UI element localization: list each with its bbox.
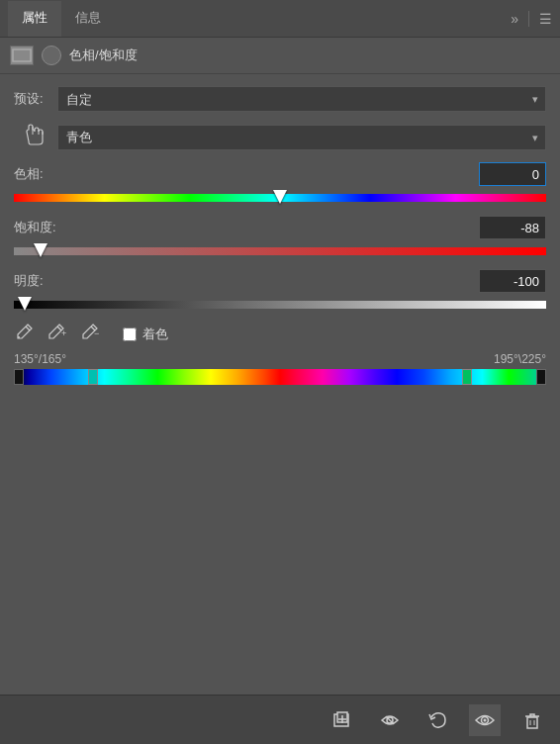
svg-rect-1: [15, 51, 29, 59]
saturation-thumb[interactable]: [34, 243, 47, 259]
eyedropper-icon[interactable]: [14, 323, 34, 346]
colorize-checkbox-wrap[interactable]: 着色: [123, 326, 168, 343]
hand-icon: [14, 122, 49, 152]
svg-text:−: −: [94, 328, 99, 338]
saturation-track: [14, 247, 546, 255]
eye-button[interactable]: [469, 704, 501, 736]
delete-button[interactable]: [516, 704, 548, 736]
tools-row: + − 着色: [14, 323, 546, 346]
panel-header: 色相/饱和度: [0, 38, 560, 74]
preset-label: 预设:: [14, 90, 49, 108]
range-handle-dark-left[interactable]: [14, 369, 24, 385]
svg-point-5: [18, 336, 20, 338]
colorize-label: 着色: [142, 326, 168, 343]
range-handle-dark-right[interactable]: [536, 369, 546, 385]
eyedropper-plus-icon[interactable]: +: [47, 323, 67, 346]
lightness-label: 明度:: [14, 272, 479, 290]
lightness-slider-track[interactable]: [14, 297, 546, 313]
preset-row: 预设: 自定 ▾: [14, 86, 546, 112]
range-handle-teal-left[interactable]: [88, 369, 98, 385]
eyedropper-minus-icon[interactable]: −: [81, 323, 101, 346]
saturation-slider-track[interactable]: [14, 243, 546, 259]
undo-button[interactable]: [421, 704, 453, 736]
svg-text:+: +: [61, 328, 66, 338]
visibility-button[interactable]: [374, 704, 406, 736]
preset-select[interactable]: 自定: [57, 86, 546, 112]
new-layer-button[interactable]: [327, 704, 358, 736]
range-handle-teal-right[interactable]: [462, 369, 472, 385]
menu-icon[interactable]: ☰: [539, 11, 552, 27]
lightness-track: [14, 301, 546, 309]
adjustment-layer-icon: [10, 46, 34, 65]
lightness-input[interactable]: [479, 269, 546, 293]
range-right-label: 195°\225°: [494, 352, 546, 366]
channel-icon: [42, 46, 61, 65]
range-section: 135°/165° 195°\225°: [14, 352, 546, 393]
lightness-thumb[interactable]: [18, 297, 32, 313]
colorize-row: 着色: [123, 326, 168, 343]
lightness-section: 明度:: [14, 269, 546, 313]
tab-properties[interactable]: 属性: [8, 1, 61, 37]
saturation-section: 饱和度:: [14, 216, 546, 259]
hue-section: 色相:: [14, 162, 546, 206]
channel-select[interactable]: 青色: [57, 125, 546, 150]
saturation-header: 饱和度:: [14, 216, 546, 239]
channel-select-wrap: 青色 ▾: [57, 125, 546, 150]
hue-input[interactable]: [479, 162, 546, 186]
range-handle-row: [14, 385, 546, 393]
panel-title: 色相/饱和度: [69, 46, 138, 64]
expand-icon[interactable]: »: [511, 11, 518, 27]
hue-label: 色相:: [14, 165, 479, 183]
hue-thumb[interactable]: [273, 190, 287, 206]
range-left-label: 135°/165°: [14, 352, 66, 366]
range-labels: 135°/165° 195°\225°: [14, 352, 546, 366]
tab-icons: » ☰: [511, 11, 552, 27]
hue-header: 色相:: [14, 162, 546, 186]
channel-row: 青色 ▾: [14, 122, 546, 152]
content-area: 预设: 自定 ▾ 青色 ▾ 色相:: [0, 74, 560, 405]
divider: [528, 11, 529, 27]
hue-slider-track[interactable]: [14, 190, 546, 206]
color-range-bar-container[interactable]: [14, 369, 546, 393]
bottom-toolbar: [0, 695, 560, 744]
svg-rect-15: [527, 717, 537, 728]
colorize-checkbox[interactable]: [123, 327, 137, 341]
svg-point-14: [484, 718, 487, 721]
lightness-header: 明度:: [14, 269, 546, 293]
preset-select-wrap: 自定 ▾: [57, 86, 546, 112]
tab-bar: 属性 信息 » ☰: [0, 0, 560, 38]
saturation-input[interactable]: [479, 216, 546, 239]
saturation-label: 饱和度:: [14, 219, 479, 236]
tab-info[interactable]: 信息: [61, 1, 115, 37]
